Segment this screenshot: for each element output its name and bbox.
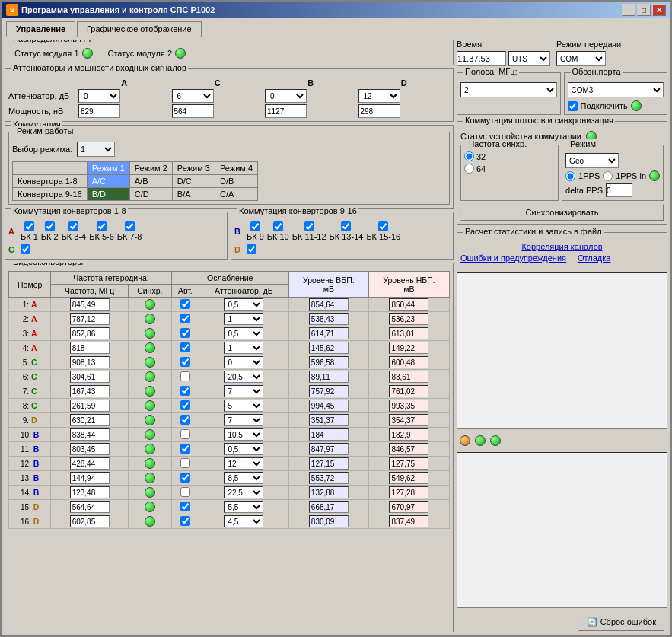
vid-nbp-1[interactable] [368,312,449,326]
vid-vbp-input-11[interactable] [309,457,349,470]
vid-vbp-0[interactable] [288,298,368,312]
vid-vbp-7[interactable] [288,399,368,413]
vid-freq-9[interactable] [51,428,129,442]
vid-vbp-1[interactable] [288,312,368,326]
vid-att-select-5[interactable]: 00,511,522,533,544,555,566,577,588,599,5… [224,371,263,383]
vid-att-8[interactable]: 00,511,522,533,544,555,566,577,588,599,5… [199,413,289,428]
log-box[interactable] [457,272,667,429]
vid-freq-5[interactable] [51,370,129,384]
vid-auto-13[interactable] [171,486,199,500]
vid-att-12[interactable]: 00,511,522,533,544,555,566,577,588,599,5… [199,471,289,486]
power-input-a[interactable]: 829 [78,104,120,118]
power-input-d[interactable]: 298 [358,104,400,118]
vid-vbp-3[interactable] [288,341,368,355]
conv916-mode4[interactable]: C/A [215,188,257,201]
connect-checkbox[interactable] [568,101,578,111]
vid-freq-input-3[interactable] [70,342,110,354]
vid-freq-input-7[interactable] [70,400,110,412]
vid-att-select-1[interactable]: 00,511,522,533,544,555,566,577,588,599,5… [224,313,263,325]
vid-auto-12[interactable] [171,471,199,486]
vid-nbp-input-9[interactable] [389,428,428,441]
vid-freq-input-11[interactable] [70,457,110,470]
tab-graphic[interactable]: Графическое отображение [77,21,202,37]
errors-link[interactable]: Ошибки и предупреждения [460,253,566,263]
vid-vbp-14[interactable] [288,500,368,514]
video-table-wrap[interactable]: Номер Частота гетеродина: Ослабление Уро… [8,271,450,630]
vid-freq-input-14[interactable] [70,501,110,513]
vid-vbp-input-15[interactable] [309,515,349,527]
radio-32-input[interactable] [464,151,474,161]
vid-att-6[interactable]: 00,511,522,533,544,555,566,577,588,599,5… [199,384,289,399]
vid-auto-cb-1[interactable] [180,314,190,323]
vid-vbp-input-1[interactable] [309,313,349,325]
vid-vbp-input-10[interactable] [309,443,349,455]
vid-vbp-2[interactable] [288,326,368,341]
vid-freq-input-2[interactable] [70,327,110,339]
vid-nbp-13[interactable] [368,486,449,500]
vid-vbp-13[interactable] [288,486,368,500]
vid-vbp-11[interactable] [288,457,368,471]
conv916-mode1[interactable]: B/D [87,188,129,201]
conv18-mode3[interactable]: D/C [172,175,215,188]
vid-auto-9[interactable] [171,428,199,442]
vid-auto-11[interactable] [171,457,199,471]
vid-att-7[interactable]: 00,511,522,533,544,555,566,577,588,599,5… [199,399,289,413]
vid-auto-cb-11[interactable] [180,458,190,468]
vid-vbp-input-0[interactable] [309,298,349,311]
conv916-cb-bk1112[interactable] [304,221,314,231]
power-input-c[interactable]: 564 [172,104,214,118]
radio-64-input[interactable] [464,164,474,174]
vid-nbp-input-15[interactable] [389,515,428,527]
conv916-mode3[interactable]: B/A [172,188,215,201]
vid-freq-14[interactable] [51,500,129,514]
vid-att-select-7[interactable]: 00,511,522,533,544,555,566,577,588,599,5… [224,400,263,412]
time-input[interactable] [457,51,506,66]
vid-freq-input-12[interactable] [70,472,110,484]
vid-vbp-input-8[interactable] [309,414,349,426]
vid-auto-3[interactable] [171,341,199,355]
delta-input[interactable] [606,183,632,197]
vid-auto-cb-3[interactable] [180,342,190,352]
vid-auto-6[interactable] [171,384,199,399]
vid-freq-input-15[interactable] [70,515,110,527]
vid-freq-11[interactable] [51,457,129,471]
vid-nbp-input-12[interactable] [389,472,428,484]
vid-att-2[interactable]: 00,511,522,533,544,555,566,577,588,599,5… [199,326,289,341]
conv18-cb-bk34[interactable] [68,221,78,231]
regime-select[interactable]: GeoNavMet [565,153,619,168]
vid-vbp-input-14[interactable] [309,501,349,513]
vid-freq-7[interactable] [51,399,129,413]
vid-freq-13[interactable] [51,486,129,500]
vid-freq-input-4[interactable] [70,356,110,368]
att-select-d[interactable]: 120369 [358,89,400,103]
vid-att-select-6[interactable]: 00,511,522,533,544,555,566,577,588,599,5… [224,385,263,397]
att-select-b[interactable]: 0369 [265,89,307,103]
vid-vbp-input-7[interactable] [309,400,349,412]
vid-auto-cb-4[interactable] [180,357,190,367]
conv18-cb-bk78[interactable] [125,221,135,231]
vid-nbp-input-3[interactable] [389,342,428,354]
conv18-mode1[interactable]: A/C [87,175,129,188]
vid-nbp-4[interactable] [368,355,449,370]
conv916-cb-bk1314[interactable] [341,221,351,231]
vid-freq-6[interactable] [51,384,129,399]
vid-att-15[interactable]: 00,511,522,533,544,555,566,577,588,599,5… [199,514,289,529]
vid-vbp-8[interactable] [288,413,368,428]
vid-att-select-13[interactable]: 00,511,522,533,544,555,566,577,588,599,5… [224,486,263,498]
vid-att-select-11[interactable]: 00,511,522,533,544,555,566,577,588,599,5… [224,457,263,470]
vid-auto-cb-2[interactable] [180,328,190,338]
vid-vbp-4[interactable] [288,355,368,370]
vid-att-4[interactable]: 00,511,522,533,544,555,566,577,588,599,5… [199,355,289,370]
vid-vbp-input-6[interactable] [309,385,349,397]
oboz-select[interactable]: COM1COM2COM3COM4 [568,82,664,97]
vid-auto-cb-9[interactable] [180,429,190,439]
vid-nbp-5[interactable] [368,370,449,384]
conv18-cb-bk2[interactable] [45,221,55,231]
vid-freq-0[interactable] [51,298,129,312]
vid-nbp-input-10[interactable] [389,443,428,455]
vid-nbp-2[interactable] [368,326,449,341]
vid-nbp-3[interactable] [368,341,449,355]
vid-vbp-5[interactable] [288,370,368,384]
conv916-cb-bk10[interactable] [273,221,283,231]
vid-auto-cb-15[interactable] [180,516,190,526]
